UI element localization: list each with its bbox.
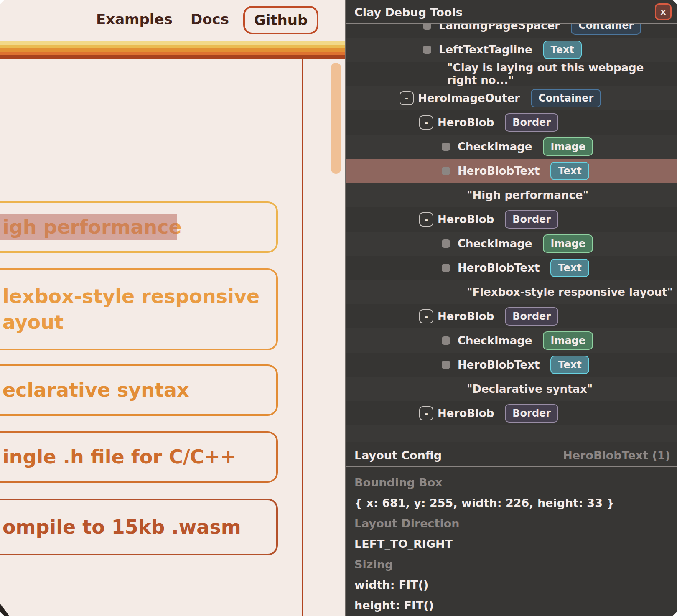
collapse-button[interactable]: - <box>419 212 433 227</box>
hero-blob-label: ingle .h file for C/C++ <box>0 444 236 470</box>
element-type-badge: Text <box>550 259 589 277</box>
element-type-badge: Border <box>505 307 558 326</box>
tree-node-label: LandingPageSpacer <box>439 24 560 32</box>
element-type-badge: Container <box>571 24 641 35</box>
hero-blob-label: eclarative syntax <box>0 377 189 403</box>
leaf-bullet-icon <box>442 336 450 345</box>
collapse-button[interactable]: - <box>419 309 433 323</box>
collapse-button[interactable]: - <box>419 115 433 130</box>
element-type-badge: Border <box>505 210 558 229</box>
leaf-bullet-icon <box>423 46 431 54</box>
debug-panel-header: Clay Debug Tools x <box>346 0 677 24</box>
element-type-badge: Image <box>543 137 593 156</box>
hero-blob-card: eclarative syntax <box>0 364 278 416</box>
tree-node-HeroBlobText[interactable]: HeroBlobTextText <box>346 353 677 377</box>
github-button[interactable]: Github <box>243 6 318 34</box>
config-value: width: FIT() <box>346 575 677 595</box>
stripe-band <box>0 45 345 48</box>
tree-node-label: HeroImageOuter <box>418 92 520 104</box>
collapse-button[interactable]: - <box>400 91 414 105</box>
tree-text-content-row[interactable]: "Clay is laying out this webpage right n… <box>346 62 677 86</box>
tree-text-content: "High performance" <box>467 189 588 201</box>
element-type-badge: Text <box>550 162 589 181</box>
tree-text-content-row[interactable]: "Declarative syntax" <box>346 377 677 401</box>
config-label: Bounding Box <box>346 472 677 493</box>
element-type-badge: Container <box>531 89 601 108</box>
leaf-bullet-icon <box>442 264 450 272</box>
config-value: height: FIT() <box>346 595 677 616</box>
leaf-bullet-icon <box>442 361 450 369</box>
tree-node-label: HeroBlob <box>438 310 494 323</box>
tree-node-label: HeroBlob <box>438 116 494 129</box>
screen: Examples Docs Github igh performance lex… <box>0 0 677 616</box>
tree-node-label: CheckImage <box>458 140 532 153</box>
scrollbar-thumb[interactable] <box>331 63 341 174</box>
stripe-band <box>0 41 345 45</box>
header-stripes <box>0 41 345 59</box>
collapse-button[interactable]: - <box>419 406 433 420</box>
hero-section-border <box>302 59 303 616</box>
stripe-band <box>0 52 345 55</box>
stripe-band <box>0 55 345 59</box>
element-type-badge: Text <box>543 41 582 59</box>
config-value: { x: 681, y: 255, width: 226, height: 33… <box>346 493 677 513</box>
landing-page: Examples Docs Github igh performance lex… <box>0 0 345 616</box>
debug-selection-highlight <box>0 214 177 240</box>
stripe-band <box>0 48 345 52</box>
hero-blob-card: ompile to 15kb .wasm <box>0 499 278 555</box>
tree-node-HeroBlobText[interactable]: HeroBlobTextText <box>346 159 677 183</box>
config-value: LEFT_TO_RIGHT <box>346 534 677 554</box>
nav-link-examples[interactable]: Examples <box>96 11 173 28</box>
hero-blob-card: lexbox-style responsive ayout <box>0 268 278 350</box>
tree-node-LandingPageSpacer[interactable]: LandingPageSpacerContainer <box>346 24 677 38</box>
close-button[interactable]: x <box>655 3 672 20</box>
tree-node-label: HeroBlob <box>438 213 494 226</box>
tree-node-HeroBlob[interactable]: -HeroBlobBorder <box>346 207 677 232</box>
tree-node-HeroBlob[interactable]: -HeroBlobBorder <box>346 401 677 425</box>
layout-config-header: Layout Config HeroBlobText (1) <box>346 442 677 467</box>
element-type-badge: Image <box>543 331 593 350</box>
tree-node-label: CheckImage <box>458 237 532 250</box>
config-label: Sizing <box>346 554 677 575</box>
tree-text-content-row[interactable]: "Flexbox-style responsive layout" <box>346 280 677 304</box>
tree-node-label: HeroBlobText <box>458 359 540 371</box>
element-tree: LandingPageSpacerContainerLeftTextTaglin… <box>346 24 677 442</box>
element-type-badge: Text <box>550 356 589 374</box>
selected-element-label: HeroBlobText (1) <box>563 449 670 462</box>
debug-panel-title: Clay Debug Tools <box>354 6 463 19</box>
leaf-bullet-icon <box>442 167 450 175</box>
tree-node-label: HeroBlobText <box>458 165 540 177</box>
tree-text-content-row[interactable]: "High performance" <box>346 183 677 207</box>
layout-config-title: Layout Config <box>354 449 442 462</box>
tree-node-HeroBlob[interactable]: -HeroBlobBorder <box>346 110 677 135</box>
nav-link-docs[interactable]: Docs <box>191 11 229 28</box>
tree-text-content: "Flexbox-style responsive layout" <box>467 286 673 298</box>
hero-blob-label: ompile to 15kb .wasm <box>0 514 241 540</box>
tree-node-LeftTextTagline[interactable]: LeftTextTaglineText <box>346 38 677 62</box>
tree-node-label: LeftTextTagline <box>439 43 532 56</box>
hero-blob-label: lexbox-style responsive ayout <box>0 283 260 335</box>
tree-node-CheckImage[interactable]: CheckImageImage <box>346 135 677 159</box>
tree-node-label: HeroBlobText <box>458 262 540 274</box>
tree-node-HeroBlob[interactable]: -HeroBlobBorder <box>346 304 677 328</box>
mouse-cursor <box>0 603 9 616</box>
tree-row-partial <box>346 425 677 442</box>
tree-node-CheckImage[interactable]: CheckImageImage <box>346 328 677 353</box>
config-label: Layout Direction <box>346 513 677 534</box>
tree-text-content: "Declarative syntax" <box>467 383 593 395</box>
leaf-bullet-icon <box>423 24 431 30</box>
tree-node-label: CheckImage <box>458 334 532 347</box>
tree-node-HeroBlobText[interactable]: HeroBlobTextText <box>346 256 677 280</box>
leaf-bullet-icon <box>442 143 450 151</box>
leaf-bullet-icon <box>442 239 450 248</box>
clay-debug-panel: Clay Debug Tools x LandingPageSpacerCont… <box>345 0 677 616</box>
tree-text-content: "Clay is laying out this webpage right n… <box>447 61 677 87</box>
tree-node-HeroImageOuter[interactable]: -HeroImageOuterContainer <box>346 86 677 110</box>
element-type-badge: Image <box>543 234 593 253</box>
tree-node-CheckImage[interactable]: CheckImageImage <box>346 232 677 256</box>
element-type-badge: Border <box>505 404 558 423</box>
element-type-badge: Border <box>505 113 558 132</box>
layout-config-body: Bounding Box{ x: 681, y: 255, width: 226… <box>346 468 677 616</box>
hero-blob-card: ingle .h file for C/C++ <box>0 431 278 483</box>
tree-node-label: HeroBlob <box>438 407 494 420</box>
